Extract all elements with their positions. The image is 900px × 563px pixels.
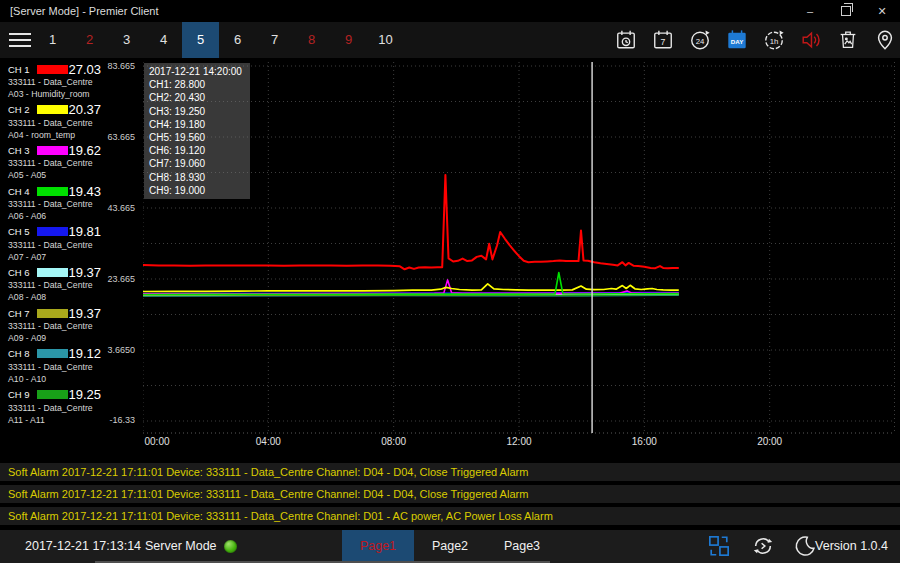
channel-color-swatch	[37, 390, 68, 399]
location-icon[interactable]	[874, 29, 896, 51]
y-tick-label: 3.6650	[107, 345, 135, 355]
sync-icon[interactable]	[752, 535, 774, 557]
toolbar-page-4[interactable]: 4	[145, 22, 182, 58]
toolbar: 12345678910 7 24 DAY 1h	[0, 22, 900, 58]
status-timestamp: 2017-12-21 17:13:14	[25, 530, 141, 563]
x-tick-label: 04:00	[256, 436, 281, 447]
tooltip-channel-value: CH2: 20.430	[149, 91, 245, 104]
channel-name: CH 2	[8, 104, 35, 115]
channel-item[interactable]: CH 519.81333111 - Data_CentreA07 - A07	[0, 223, 104, 264]
bottom-tab-page3[interactable]: Page3	[486, 530, 558, 563]
channel-item[interactable]: CH 919.25333111 - Data_CentreA11 - A11	[0, 386, 104, 427]
channel-name: CH 8	[8, 348, 35, 359]
calendar-week-icon[interactable]: 7	[652, 29, 674, 51]
alarm-message[interactable]: Soft Alarm 2017-12-21 17:11:01 Device: 3…	[0, 485, 900, 503]
alarm-list: Soft Alarm 2017-12-21 17:11:01 Device: 3…	[0, 463, 900, 529]
event-bin-icon[interactable]	[837, 29, 859, 51]
chart-canvas[interactable]: 00:0004:0008:0012:0016:0020:00	[143, 58, 895, 462]
menu-button[interactable]	[8, 22, 34, 58]
connection-status-indicator	[224, 540, 237, 553]
channel-color-swatch	[37, 65, 68, 74]
restore-button[interactable]	[828, 0, 864, 22]
channel-item[interactable]: CH 419.43333111 - Data_CentreA06 - A06	[0, 182, 104, 223]
channel-device: 333111 - Data_Centre	[8, 157, 104, 169]
close-button[interactable]: ✕	[864, 0, 900, 22]
channel-name: CH 6	[8, 267, 35, 278]
channel-color-swatch	[37, 309, 68, 318]
channel-color-swatch	[37, 105, 68, 114]
toolbar-page-6[interactable]: 6	[219, 22, 256, 58]
channel-name: CH 9	[8, 389, 35, 400]
y-tick-label: 83.665	[107, 61, 135, 71]
toolbar-page-8[interactable]: 8	[293, 22, 330, 58]
channel-name: CH 4	[8, 186, 35, 197]
alarm-message[interactable]: Soft Alarm 2017-12-21 17:11:01 Device: 3…	[0, 507, 900, 525]
tooltip-channel-value: CH3: 19.250	[149, 105, 245, 118]
minimize-button[interactable]: –	[792, 0, 828, 22]
toolbar-page-7[interactable]: 7	[256, 22, 293, 58]
channel-point: A10 - A10	[8, 373, 104, 385]
channel-point: A04 - room_temp	[8, 129, 104, 141]
channel-list: CH 127.03333111 - Data_CentreA03 - Humid…	[0, 60, 104, 426]
toolbar-icons: 7 24 DAY 1h	[615, 29, 896, 51]
hours-24-icon[interactable]: 24	[689, 29, 711, 51]
title-bar: [Server Mode] - Premier Client – ✕	[0, 0, 900, 22]
calendar-event-icon[interactable]	[615, 29, 637, 51]
channel-color-swatch	[37, 349, 68, 358]
svg-text:DAY: DAY	[731, 38, 744, 45]
svg-text:7: 7	[661, 37, 666, 47]
channel-name: CH 3	[8, 145, 35, 156]
restore-icon	[841, 6, 851, 16]
svg-text:24: 24	[696, 37, 705, 46]
channel-device: 333111 - Data_Centre	[8, 76, 104, 88]
tooltip-channel-value: CH8: 18.930	[149, 171, 245, 184]
server-mode-label: Server Mode	[145, 530, 217, 563]
tooltip-channel-value: CH4: 19.180	[149, 118, 245, 131]
tooltip-channel-value: CH1: 28.800	[149, 78, 245, 91]
channel-color-swatch	[37, 227, 68, 236]
bottom-page-tabs: Page1Page2Page3	[342, 530, 558, 563]
toolbar-page-2[interactable]: 2	[71, 22, 108, 58]
x-tick-label: 08:00	[381, 436, 406, 447]
channel-color-swatch	[37, 268, 68, 277]
layout-switch-icon[interactable]	[708, 535, 730, 557]
channel-color-swatch	[37, 146, 68, 155]
alarm-message[interactable]: Soft Alarm 2017-12-21 17:11:01 Device: 3…	[0, 463, 900, 481]
channel-device: 333111 - Data_Centre	[8, 117, 104, 129]
y-axis-labels: 83.66563.66543.66523.6653.6650-16.33	[96, 58, 138, 462]
hour-1-icon[interactable]: 1h	[763, 29, 785, 51]
tooltip-channel-value: CH6: 19.120	[149, 144, 245, 157]
alarm-sound-icon[interactable]	[800, 29, 822, 51]
channel-point: A03 - Humidity_room	[8, 88, 104, 100]
channel-item[interactable]: CH 819.12333111 - Data_CentreA10 - A10	[0, 345, 104, 386]
channel-item[interactable]: CH 719.37333111 - Data_CentreA09 - A09	[0, 304, 104, 345]
channel-device: 333111 - Data_Centre	[8, 361, 104, 373]
x-tick-label: 12:00	[506, 436, 531, 447]
toolbar-page-3[interactable]: 3	[108, 22, 145, 58]
toolbar-page-5[interactable]: 5	[182, 22, 219, 58]
channel-device: 333111 - Data_Centre	[8, 239, 104, 251]
channel-device: 333111 - Data_Centre	[8, 198, 104, 210]
channel-name: CH 1	[8, 64, 35, 75]
channel-item[interactable]: CH 220.37333111 - Data_CentreA04 - room_…	[0, 101, 104, 142]
page-number-tabs: 12345678910	[34, 22, 404, 58]
trend-chart[interactable]: 00:0004:0008:0012:0016:0020:00 2017-12-2…	[143, 58, 895, 462]
toolbar-page-9[interactable]: 9	[330, 22, 367, 58]
bottom-tab-page1[interactable]: Page1	[342, 530, 414, 563]
channel-name: CH 5	[8, 226, 35, 237]
night-mode-icon[interactable]	[794, 535, 816, 557]
channel-item[interactable]: CH 619.37333111 - Data_CentreA08 - A08	[0, 263, 104, 304]
channel-item[interactable]: CH 319.62333111 - Data_CentreA05 - A05	[0, 141, 104, 182]
x-tick-label: 00:00	[144, 436, 169, 447]
main-area: CH 127.03333111 - Data_CentreA03 - Humid…	[0, 58, 900, 462]
channel-name: CH 7	[8, 308, 35, 319]
toolbar-page-10[interactable]: 10	[367, 22, 404, 58]
x-tick-label: 16:00	[632, 436, 657, 447]
channel-item[interactable]: CH 127.03333111 - Data_CentreA03 - Humid…	[0, 60, 104, 101]
channel-device: 333111 - Data_Centre	[8, 279, 104, 291]
bottom-tab-page2[interactable]: Page2	[414, 530, 486, 563]
y-tick-label: 23.665	[107, 274, 135, 284]
day-range-icon[interactable]: DAY	[726, 29, 748, 51]
tooltip-timestamp: 2017-12-21 14:20:00	[149, 65, 245, 78]
toolbar-page-1[interactable]: 1	[34, 22, 71, 58]
